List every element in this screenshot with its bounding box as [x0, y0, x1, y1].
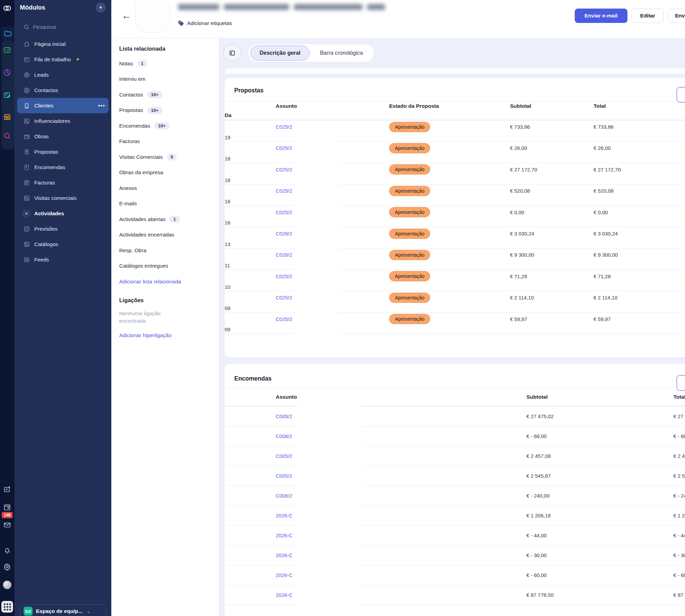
proposal-row[interactable]: C025/2 Apresentação € 71,28 € 71,28 10: [225, 270, 685, 291]
order-row[interactable]: 2026-C € 87 778,50 € 87 7: [225, 585, 685, 605]
order-total: € 27 4: [673, 413, 685, 419]
proposal-row[interactable]: C025/2 Apresentação € 733,86 € 733,86 19: [225, 120, 685, 142]
sidebar-item[interactable]: Obras: [14, 129, 111, 144]
order-total: € 2 5: [673, 473, 685, 479]
more-options-icon[interactable]: •••: [98, 102, 105, 109]
tab-timeline[interactable]: Barra cronológica: [311, 46, 372, 61]
sidebar-item[interactable]: Página inicial: [14, 36, 111, 52]
module-icon: [23, 72, 30, 78]
sidebar-item-label: Influenciadores: [34, 118, 70, 124]
related-item-label: Interviu em: [119, 76, 146, 82]
related-list-item[interactable]: Encomendas 10+: [119, 118, 219, 134]
add-hyperlink-link[interactable]: Adicionar hiperligação: [119, 328, 219, 343]
proposal-row[interactable]: C025/2 Apresentação € 0,00 € 0,00 16: [225, 206, 685, 227]
tab-overview[interactable]: Descrição geral: [250, 46, 310, 61]
back-button[interactable]: ←: [122, 10, 131, 21]
zia-search-icon[interactable]: [0, 132, 14, 140]
chevron-down-icon[interactable]: ▾: [23, 210, 30, 217]
proposal-row[interactable]: C025/2 Apresentação € 27 172,70 € 27 172…: [225, 163, 685, 184]
module-search[interactable]: Pesquisar: [23, 22, 106, 32]
proposals-action-button[interactable]: [676, 87, 685, 103]
related-list-item[interactable]: Notas 1: [119, 56, 219, 72]
sidebar-item[interactable]: Previsões: [14, 221, 111, 236]
settings-gear-icon[interactable]: [0, 563, 14, 571]
related-list-item[interactable]: Interviu em: [119, 72, 219, 87]
count-badge: 1: [170, 216, 179, 223]
related-item-label: E-mails: [119, 201, 137, 207]
sidebar-item[interactable]: Leads: [14, 67, 111, 82]
proposal-row[interactable]: C025/2 Apresentação € 26,00 € 26,00 18: [225, 142, 685, 163]
related-list-item[interactable]: Actividades abertas 1: [119, 211, 219, 227]
order-row[interactable]: C006/2 € - 68,00 € - 68: [225, 426, 685, 446]
notifications-bell-icon[interactable]: [0, 546, 14, 554]
planner-icon[interactable]: [0, 91, 14, 99]
order-subtotal: € 27 475,02: [526, 413, 673, 419]
crm-logo-icon[interactable]: [0, 3, 14, 13]
sidebar-item[interactable]: ▾ Actividades: [14, 206, 111, 221]
order-row[interactable]: C006/2 € - 240,00 € - 24: [225, 486, 685, 506]
related-list-item[interactable]: Anexos: [119, 180, 219, 196]
search-icon: [23, 24, 29, 30]
order-row[interactable]: C005/2 € 27 475,02 € 27 4: [225, 407, 685, 426]
sidebar-item[interactable]: Facturas: [14, 175, 111, 190]
sidebar-item[interactable]: Contactos: [14, 82, 111, 98]
user-avatar[interactable]: [0, 580, 14, 589]
workspace-switcher[interactable]: Ed Espaço de equip... ⌄: [20, 604, 106, 616]
add-tags-button[interactable]: Adicionar etiquetas: [177, 20, 232, 27]
proposal-row[interactable]: C026/2 Apresentação € 9 300,00 € 9 300,0…: [225, 248, 685, 270]
col-subtotal: Subtotal: [510, 103, 594, 109]
related-list-item[interactable]: Contactos 10+: [119, 87, 219, 103]
orders-card: Encomendas Assunto Subtotal Total C005/2…: [225, 364, 685, 616]
add-related-list-link[interactable]: Adicionar lista relacionada: [119, 274, 219, 289]
order-row[interactable]: C005/2 € 2 545,87 € 2 5: [225, 466, 685, 486]
apps-grid-icon[interactable]: [1, 601, 13, 613]
send-email-button[interactable]: Enviar e-mail: [575, 9, 628, 23]
proposal-total: € 733,86: [594, 124, 685, 130]
add-note-icon[interactable]: [0, 485, 14, 493]
account-title-redacted: [178, 4, 385, 12]
sidebar-item[interactable]: Visitas comerciais: [14, 190, 111, 206]
sidebar-item[interactable]: Catálogos: [14, 236, 111, 252]
sidebar-item[interactable]: Fila de trabalho ✦: [14, 52, 111, 67]
related-list-item[interactable]: Obras da empresa: [119, 165, 219, 181]
marketplace-icon[interactable]: [0, 113, 14, 121]
order-row[interactable]: 2026-C € - 30,00 € - 30: [225, 546, 685, 565]
order-total: € - 60: [673, 572, 685, 578]
order-total: € - 68: [673, 433, 685, 439]
proposal-subtotal: € 59,97: [510, 316, 594, 322]
add-module-button[interactable]: +: [96, 2, 106, 13]
related-list-item[interactable]: Propostas 10+: [119, 103, 219, 118]
analytics-icon[interactable]: [0, 46, 14, 54]
related-list-item[interactable]: Facturas: [119, 134, 219, 150]
folder-tile[interactable]: [1, 27, 14, 40]
order-row[interactable]: 2026-C € 1 206,18 € 1 20: [225, 506, 685, 526]
related-list-item[interactable]: Catálogos entregues: [119, 258, 219, 274]
related-list-item[interactable]: Resp. Obra: [119, 243, 219, 258]
sidebar-item[interactable]: Feeds: [14, 252, 111, 267]
sidebar-item[interactable]: Influenciadores: [14, 113, 111, 129]
related-list-item[interactable]: Visitas Comerciais 5: [119, 149, 219, 165]
order-row[interactable]: 2026-C € - 44,00 € - 44: [225, 526, 685, 546]
count-badge: 10+: [147, 91, 162, 98]
mail-icon[interactable]: [0, 521, 14, 529]
sidebar-item[interactable]: Encomendas: [14, 159, 111, 175]
proposal-row[interactable]: C025/2 Apresentação € 2 114,10 € 2 114,1…: [225, 291, 685, 312]
related-list-item[interactable]: E-mails: [119, 196, 219, 212]
proposal-subtotal: € 733,86: [510, 124, 594, 130]
edit-button[interactable]: Editar: [632, 9, 664, 23]
proposal-row[interactable]: C025/2 Apresentação € 520,08 € 520,08 16: [225, 184, 685, 206]
order-row[interactable]: C005/2 € 2 457,08 € 2 4: [225, 446, 685, 466]
send-button[interactable]: Enviar: [668, 9, 685, 23]
chevron-down-icon: ⌄: [87, 608, 91, 614]
proposal-row[interactable]: C026/2 Apresentação € 3 030,24 € 3 030,2…: [225, 227, 685, 248]
status-badge: Apresentação: [389, 293, 430, 303]
sidebar-item[interactable]: Propostas: [14, 144, 111, 159]
order-row[interactable]: 2026-C € - 60,00 € - 60: [225, 565, 685, 585]
calendar-icon[interactable]: [0, 503, 14, 511]
proposal-row[interactable]: C025/2 Apresentação € 59,97 € 59,97 09: [225, 313, 685, 334]
related-list-item[interactable]: Actividades encerradas: [119, 227, 219, 243]
links-section-title: Ligações: [119, 293, 219, 307]
sidebar-item[interactable]: Clientes •••: [17, 98, 109, 113]
collapse-panel-button[interactable]: [223, 44, 241, 62]
time-pie-icon[interactable]: [0, 68, 14, 77]
